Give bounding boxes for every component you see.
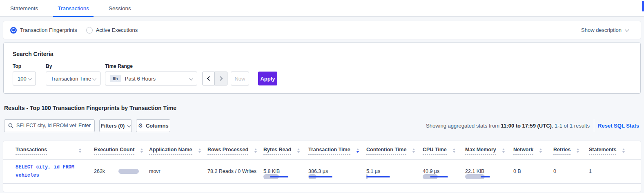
column-header-transactions[interactable]: Transactions	[3, 141, 94, 159]
tab-sessions[interactable]: Sessions	[104, 0, 136, 16]
max-memory-barcell: 22.1 KiB	[465, 168, 513, 174]
sort-icon[interactable]	[297, 148, 300, 153]
retries-value: 0	[553, 168, 556, 174]
top-label: Top	[13, 63, 41, 69]
cell-execution-count: 262k	[94, 159, 149, 184]
application-name-value: movr	[149, 168, 160, 174]
search-criteria-panel: Search Criteria Top 100 By Transaction T…	[3, 43, 641, 94]
sort-icon[interactable]	[140, 148, 143, 153]
search-box[interactable]: Enter	[4, 119, 95, 132]
column-label: Network	[513, 147, 533, 155]
cell-contention-time: 5.1 µs	[366, 159, 423, 184]
column-header-rows-processed[interactable]: Rows Processed	[207, 141, 263, 159]
chevron-down-icon	[28, 76, 32, 80]
sort-icon-descending-active[interactable]	[357, 148, 359, 153]
sort-icon[interactable]	[198, 148, 201, 153]
now-button[interactable]: Now	[231, 72, 249, 85]
cpu-time-value: 40.9 µs	[423, 168, 465, 174]
column-header-execution-count[interactable]: Execution Count	[94, 141, 149, 159]
tab-statements[interactable]: Statements	[6, 0, 42, 16]
stats-prefix: Showing aggregated stats from	[426, 123, 501, 129]
column-header-bytes-read[interactable]: Bytes Read	[263, 141, 308, 159]
time-range-select[interactable]: 6h Past 6 Hours	[105, 72, 197, 85]
search-icon	[8, 123, 13, 128]
column-header-contention-time[interactable]: Contention Time	[366, 141, 423, 159]
tab-transactions[interactable]: Transactions	[53, 0, 94, 16]
sort-icon[interactable]	[79, 148, 81, 153]
time-next-button[interactable]	[215, 72, 227, 85]
rows-processed-value: 78.2 Reads / 0 Writes	[207, 168, 256, 174]
cell-rows-processed: 78.2 Reads / 0 Writes	[207, 159, 263, 184]
time-range-value: Past 6 Hours	[125, 76, 156, 82]
chevron-down-icon	[625, 28, 629, 32]
sort-icon[interactable]	[622, 148, 625, 153]
sort-icon[interactable]	[577, 148, 579, 153]
radio-transaction-fingerprints-label: Transaction Fingerprints	[20, 27, 77, 33]
sort-icon[interactable]	[453, 148, 455, 153]
columns-button[interactable]: ⚙ Columns	[136, 119, 170, 132]
cell-retries: 0	[553, 159, 589, 184]
column-label: Contention Time	[366, 147, 406, 155]
tab-transactions-label: Transactions	[58, 5, 89, 11]
column-header-cpu-time[interactable]: CPU Time	[423, 141, 465, 159]
scrollbar-thumb[interactable]	[642, 1, 644, 11]
cell-network: 0 B	[513, 159, 553, 184]
search-criteria-title: Search Criteria	[13, 51, 631, 57]
reset-sql-stats-link[interactable]: Reset SQL Stats	[598, 123, 639, 129]
column-header-application-name[interactable]: Application Name	[149, 141, 207, 159]
cell-bytes-read: 5.8 KiB	[263, 159, 308, 184]
max-memory-value: 22.1 KiB	[465, 168, 513, 174]
by-select-value: Transaction Time	[51, 76, 91, 82]
column-header-network[interactable]: Network	[513, 141, 553, 159]
statements-value: 1	[589, 168, 592, 174]
chevron-down-icon	[127, 123, 131, 127]
sort-icon[interactable]	[254, 148, 257, 153]
columns-button-label: Columns	[146, 123, 169, 129]
transaction-time-value: 386.3 µs	[308, 168, 366, 174]
top-select-value: 100	[18, 76, 27, 82]
radio-active-executions[interactable]: Active Executions	[86, 27, 138, 34]
radio-transaction-fingerprints[interactable]: Transaction Fingerprints	[10, 27, 77, 34]
aggregated-stats-text: Showing aggregated stats from 11:00 to 1…	[426, 123, 590, 129]
cpu-time-barcell: 40.9 µs	[423, 168, 465, 174]
cell-transaction-time: 386.3 µs	[308, 159, 366, 184]
time-prev-button[interactable]	[202, 72, 215, 85]
column-label: Transaction Time	[308, 147, 350, 155]
sort-icon[interactable]	[502, 148, 505, 153]
column-label: Rows Processed	[207, 147, 248, 155]
top-select[interactable]: 100	[13, 72, 36, 85]
column-label: Execution Count	[94, 147, 134, 155]
bytes-read-barcell: 5.8 KiB	[263, 168, 308, 174]
top-field: Top 100	[13, 63, 41, 85]
results-table: Transactions Execution Count Application…	[3, 141, 641, 184]
column-header-max-memory[interactable]: Max Memory	[465, 141, 513, 159]
search-criteria-controls: Top 100 By Transaction Time Time Range 6…	[13, 63, 631, 85]
time-nav-group	[202, 72, 227, 85]
tab-sessions-label: Sessions	[109, 5, 131, 11]
cell-max-memory: 22.1 KiB	[465, 159, 513, 184]
column-header-transaction-time[interactable]: Transaction Time	[308, 141, 366, 159]
gear-icon: ⚙	[138, 123, 143, 128]
sort-icon[interactable]	[539, 148, 542, 153]
time-range-badge: 6h	[110, 75, 121, 82]
column-header-retries[interactable]: Retries	[553, 141, 589, 159]
transaction-fingerprint-link[interactable]: SELECT city, id FROM vehicles	[16, 164, 74, 178]
column-header-statements[interactable]: Statements	[589, 141, 641, 159]
page-tabbar: Statements Transactions Sessions	[0, 0, 644, 17]
column-label: Retries	[553, 147, 570, 155]
sort-icon[interactable]	[412, 148, 415, 153]
view-toggle-panel: Transaction Fingerprints Active Executio…	[3, 21, 641, 39]
apply-button[interactable]: Apply	[258, 72, 277, 85]
execution-count-value: 262k	[94, 168, 105, 174]
stats-suffix: , 1-1 of 1 results	[552, 123, 590, 129]
show-description-toggle[interactable]: Show description	[581, 27, 634, 33]
bytes-read-value: 5.8 KiB	[263, 168, 308, 174]
filters-button[interactable]: Filters (0)	[99, 119, 132, 132]
results-toolbar: Enter Filters (0) ⚙ Columns Showing aggr…	[0, 119, 644, 132]
by-select[interactable]: Transaction Time	[46, 72, 100, 85]
column-label: Bytes Read	[263, 147, 291, 155]
search-input[interactable]	[16, 123, 76, 128]
time-range-field: Time Range 6h Past 6 Hours	[105, 63, 197, 85]
filters-button-label: Filters (0)	[101, 123, 125, 129]
column-label: CPU Time	[423, 147, 447, 155]
